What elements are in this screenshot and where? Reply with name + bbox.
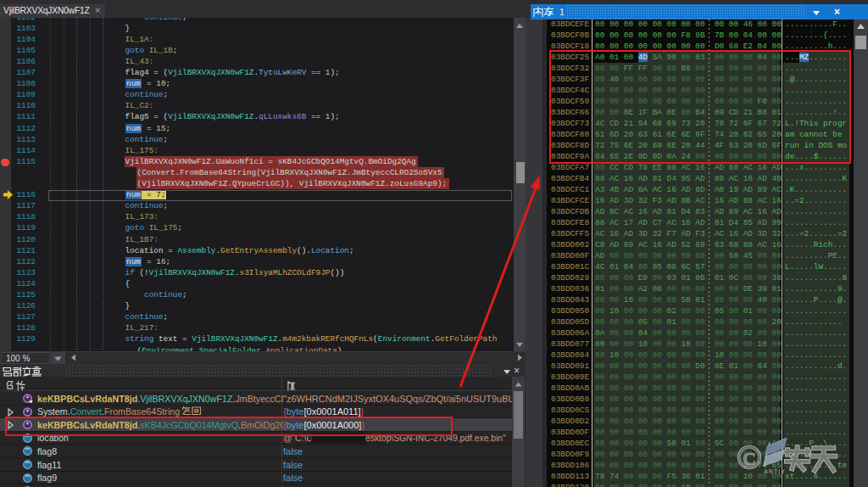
svg-text:ANTIY: ANTIY: [764, 468, 786, 474]
svg-text:C: C: [743, 448, 756, 469]
